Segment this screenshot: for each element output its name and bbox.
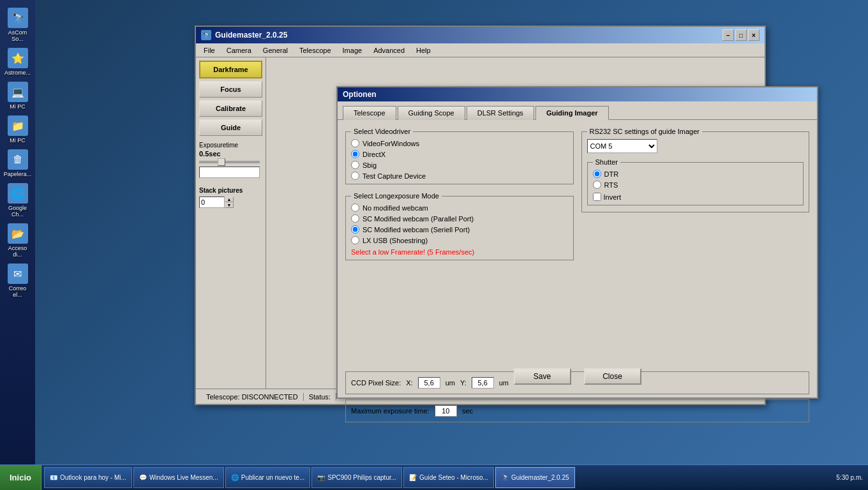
- shutter-fieldset: Shutter DTR RTS: [587, 158, 804, 205]
- desktop-icon-ascom[interactable]: 🔭 AsCom So...: [3, 6, 32, 43]
- tab-guiding-scope[interactable]: Guiding Scope: [398, 106, 465, 120]
- close-button[interactable]: Close: [584, 368, 641, 385]
- taskbar-item-3[interactable]: 📷 SPC900 Philips captur...: [311, 467, 402, 488]
- exposure-input[interactable]: [199, 167, 260, 178]
- desktop-icon-access[interactable]: 📂 Acceso di...: [3, 222, 32, 259]
- radio-lxusb-input[interactable]: [351, 236, 359, 244]
- stack-spin-down[interactable]: ▼: [225, 202, 234, 208]
- mypc-label: Mi PC: [10, 103, 26, 110]
- taskbar-item-5[interactable]: 🔭 Guidemaster_2.0.25: [495, 467, 575, 488]
- desktop-icon-mail[interactable]: ✉ Correo el...: [3, 262, 32, 299]
- chrome-icon: 🌐: [8, 183, 28, 204]
- tab-dlsr-settings[interactable]: DLSR Settings: [467, 106, 534, 120]
- menu-image[interactable]: Image: [338, 45, 368, 56]
- radio-scseriell-input[interactable]: [351, 225, 359, 234]
- radio-scparallel[interactable]: SC Modified webcam (Parallel Port): [351, 214, 568, 223]
- radio-sbig-label: Sbig: [363, 161, 377, 169]
- desktop-icon-trash[interactable]: 🗑 Papelera...: [3, 148, 32, 179]
- maxexp-input[interactable]: [435, 405, 457, 417]
- invert-container: Invert: [593, 193, 798, 201]
- radio-scseriell[interactable]: SC Modified webcam (Seriell Port): [351, 225, 568, 234]
- radio-videoforwindows[interactable]: VideoForWindows: [351, 139, 568, 147]
- save-button[interactable]: Save: [514, 368, 571, 385]
- tab-guiding-imager[interactable]: Guiding Imager: [535, 106, 609, 120]
- taskbar-item-1[interactable]: 💬 Windows Live Messen...: [133, 467, 224, 488]
- radio-nomodified-input[interactable]: [351, 204, 359, 212]
- videodriver-legend: Select Videodriver: [351, 128, 413, 135]
- menu-help[interactable]: Help: [411, 45, 436, 56]
- radio-lxusb[interactable]: LX USB (Shoestring): [351, 236, 568, 244]
- stack-spin-up[interactable]: ▲: [225, 197, 234, 202]
- taskbar-item-2[interactable]: 🌐 Publicar un nuevo te...: [225, 467, 311, 488]
- dialog-buttons: Save Close: [338, 362, 817, 391]
- menu-general[interactable]: General: [258, 45, 293, 56]
- taskbar-item-4[interactable]: 📝 Guide Seteo - Microso...: [403, 467, 494, 488]
- start-button[interactable]: Inicio: [0, 465, 41, 490]
- maximize-button[interactable]: □: [735, 29, 747, 41]
- radio-scparallel-input[interactable]: [351, 214, 359, 223]
- videodriver-radio-group: VideoForWindows DirectX Sbig: [351, 139, 568, 180]
- desktop-icon-folder[interactable]: 📁 Mi PC: [3, 114, 32, 145]
- menu-camera[interactable]: Camera: [221, 45, 257, 56]
- astrome-icon: ⭐: [8, 48, 28, 68]
- stack-spinbox: ▲ ▼: [199, 197, 262, 208]
- com-select[interactable]: COM 1 COM 2 COM 3 COM 4 COM 5 COM 6: [587, 139, 657, 153]
- radio-testcapture[interactable]: Test Capture Device: [351, 172, 568, 180]
- invert-label: Invert: [604, 193, 622, 201]
- radio-testcapture-input[interactable]: [351, 172, 359, 180]
- desktop-icons-panel: 🔭 AsCom So... ⭐ Astrome... 💻 Mi PC 📁 Mi …: [0, 0, 35, 464]
- focus-button[interactable]: Focus: [199, 81, 262, 98]
- exposure-slider-track[interactable]: [199, 161, 260, 163]
- desktop-icon-mypc[interactable]: 💻 Mi PC: [3, 80, 32, 111]
- radio-directx[interactable]: DirectX: [351, 150, 568, 158]
- stack-input[interactable]: [199, 197, 225, 208]
- maxexp-label: Maximum exposure time:: [351, 407, 430, 415]
- menu-file[interactable]: File: [198, 45, 220, 56]
- radio-rts-input[interactable]: [593, 181, 601, 189]
- folder-icon: 📁: [8, 115, 28, 136]
- desktop-icon-chrome[interactable]: 🌐 Google Ch...: [3, 182, 32, 219]
- close-button[interactable]: ×: [748, 29, 760, 41]
- stack-spin-buttons: ▲ ▼: [225, 197, 234, 208]
- radio-directx-input[interactable]: [351, 150, 359, 158]
- radio-rts[interactable]: RTS: [593, 181, 798, 189]
- calibrate-button[interactable]: Calibrate: [199, 100, 262, 117]
- options-content: Select Videodriver VideoForWindows Direc…: [338, 120, 817, 366]
- menu-telescope[interactable]: Telescope: [294, 45, 336, 56]
- exposure-section: Exposuretime 0.5sec: [199, 142, 262, 178]
- desktop-icon-astrome[interactable]: ⭐ Astrome...: [3, 47, 32, 77]
- ascom-icon: 🔭: [8, 8, 28, 28]
- radio-dtr-input[interactable]: [593, 170, 601, 178]
- menu-advanced[interactable]: Advanced: [368, 45, 410, 56]
- options-title: Optionen: [343, 90, 377, 99]
- taskbar-item-3-icon: 📷: [317, 474, 325, 481]
- mail-icon: ✉: [8, 264, 28, 284]
- taskbar-item-0[interactable]: 📧 Outlook para hoy - Mi...: [44, 467, 132, 488]
- exposure-value: 0.5sec: [199, 150, 262, 158]
- guidemaster-titlebar: 🔭 Guidemaster_2.0.25 − □ ×: [196, 27, 765, 43]
- invert-checkbox[interactable]: [593, 193, 601, 201]
- rs232-legend: RS232 SC settings of guide Imager: [587, 128, 702, 135]
- trash-label: Papelera...: [4, 171, 32, 177]
- radio-sbig[interactable]: Sbig: [351, 161, 568, 169]
- taskbar-item-4-label: Guide Seteo - Microso...: [419, 474, 488, 481]
- taskbar-item-4-icon: 📝: [409, 474, 417, 481]
- darkframe-button[interactable]: Darkframe: [199, 61, 262, 78]
- radio-sbig-input[interactable]: [351, 161, 359, 169]
- tab-telescope[interactable]: Telescope: [343, 106, 396, 120]
- guide-button[interactable]: Guide: [199, 119, 262, 136]
- tabs-container: Telescope Guiding Scope DLSR Settings Gu…: [338, 101, 817, 120]
- radio-videoforwindows-input[interactable]: [351, 139, 359, 147]
- exposure-label: Exposuretime: [199, 142, 262, 149]
- stack-label: Stack pictures: [199, 187, 262, 194]
- longexposure-legend: Select Longexposure Mode: [351, 192, 442, 200]
- trash-icon: 🗑: [8, 149, 28, 170]
- longexposure-radio-group: No modified webcam SC Modified webcam (P…: [351, 204, 568, 244]
- taskbar: Inicio 📧 Outlook para hoy - Mi... 💬 Wind…: [0, 464, 868, 490]
- content-area: Optionen Telescope Guiding Scope DLSR Se…: [266, 57, 765, 390]
- radio-dtr[interactable]: DTR: [593, 170, 798, 178]
- radio-testcapture-label: Test Capture Device: [363, 172, 426, 180]
- exposure-slider-thumb[interactable]: [218, 158, 225, 166]
- radio-nomodified[interactable]: No modified webcam: [351, 204, 568, 212]
- minimize-button[interactable]: −: [722, 29, 734, 41]
